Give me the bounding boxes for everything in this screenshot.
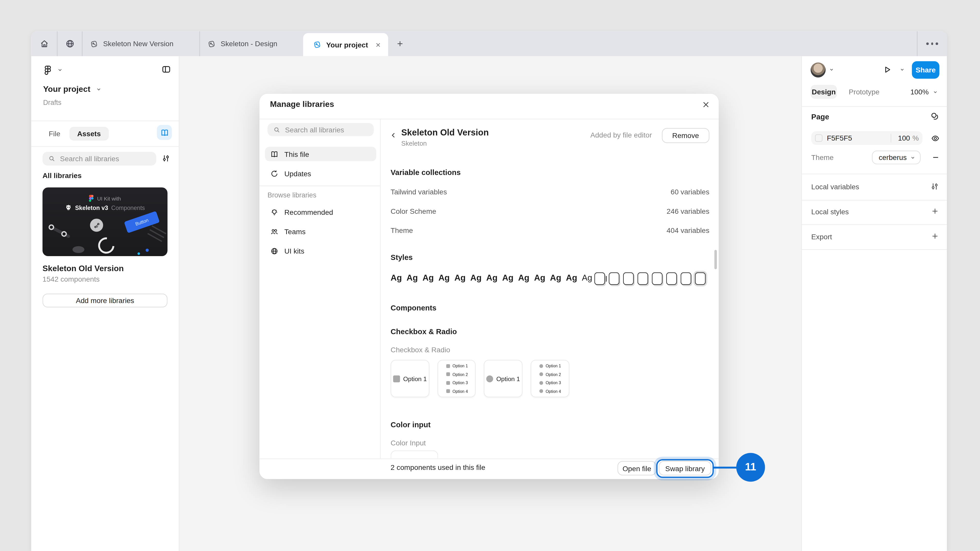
lightbulb-icon [270, 208, 279, 216]
modal-close-button[interactable] [701, 100, 711, 110]
right-sidebar: Share Design Prototype 100% Page [801, 56, 947, 551]
present-chevron[interactable] [899, 67, 905, 73]
local-variables-section[interactable]: Local variables [811, 183, 859, 191]
local-variables-button[interactable] [930, 182, 939, 191]
avatar[interactable] [811, 62, 826, 78]
tab-skeleton-new-version[interactable]: Skeleton New Version [83, 31, 199, 56]
plus-icon [396, 39, 404, 48]
section-title: All libraries [43, 171, 82, 179]
text-style-sample: Ag [518, 273, 529, 283]
book-icon [270, 150, 279, 159]
color-input-label: Color Input [391, 439, 426, 447]
text-style-sample: Ag [566, 273, 577, 283]
close-tab-icon[interactable] [374, 41, 382, 48]
nav-teams[interactable]: Teams [265, 224, 376, 238]
add-more-libraries-button[interactable]: Add more libraries [43, 294, 168, 307]
browse-libraries-label: Browse libraries [267, 191, 317, 198]
tab-design[interactable]: Design [811, 85, 837, 99]
page-color-field[interactable]: F5F5F5 100 % [811, 131, 923, 145]
home-button[interactable] [31, 31, 57, 56]
nav-updates[interactable]: Updates [265, 166, 376, 180]
thumb-decoration-lines [147, 225, 166, 242]
chevron-left-icon [390, 131, 398, 139]
theme-value: cerberus [879, 154, 907, 161]
component-card-checkbox-list[interactable]: Option 1 Option 2 Option 3 Option 4 [438, 360, 476, 397]
component-group-label: Checkbox & Radio [391, 346, 450, 354]
present-button[interactable] [883, 65, 892, 75]
nav-recommended[interactable]: Recommended [265, 205, 376, 219]
export-section[interactable]: Export [811, 233, 832, 240]
color-swatch[interactable] [815, 135, 822, 142]
nav-this-file[interactable]: This file [265, 147, 376, 161]
variable-count: 60 variables [671, 188, 710, 195]
book-icon [160, 128, 169, 137]
color-style-swatch [623, 272, 634, 285]
color-styles-row [594, 272, 706, 285]
variable-name: Tailwind variables [391, 188, 447, 195]
apply-theme-icon [930, 111, 939, 121]
add-export-button[interactable] [931, 232, 939, 241]
account-chevron[interactable] [829, 67, 834, 73]
community-button[interactable] [57, 31, 82, 56]
divider [31, 146, 179, 147]
window-menu-button[interactable] [918, 31, 947, 56]
sliders-icon [161, 154, 171, 163]
variable-name: Color Scheme [391, 207, 436, 215]
modal-search-input[interactable]: Search all libraries [267, 123, 374, 136]
back-button[interactable] [390, 131, 398, 139]
search-icon [48, 155, 56, 162]
open-file-button[interactable]: Open file [617, 461, 656, 475]
nav-ui-kits[interactable]: UI kits [265, 244, 376, 258]
thumb-decoration-spinner [95, 234, 118, 256]
library-card[interactable]: UI Kit with Skeleton v3 Components Butto… [43, 187, 168, 283]
thumb-decoration-slider [48, 224, 71, 240]
project-switcher[interactable]: Your project [43, 84, 102, 94]
chevron-down-icon [899, 67, 905, 73]
thumb-decoration-blob [73, 246, 84, 253]
filter-button[interactable] [161, 154, 171, 163]
manage-libraries-button[interactable] [157, 125, 172, 140]
divider [259, 119, 719, 119]
main-menu-button[interactable] [43, 64, 63, 75]
library-name: Skeleton Old Version [401, 127, 489, 138]
theme-select[interactable]: cerberus [872, 151, 921, 164]
chevron-down-icon [932, 89, 938, 95]
figma-app: Skeleton New Version Skeleton - Design Y… [0, 0, 980, 551]
opacity-unit: % [910, 135, 921, 142]
tab-file[interactable]: File [44, 130, 65, 137]
styles-title: Styles [391, 253, 413, 262]
tab-prototype[interactable]: Prototype [843, 85, 885, 99]
divider [259, 186, 380, 186]
library-title: Skeleton Old Version [43, 264, 168, 273]
search-input[interactable]: Search all libraries [43, 152, 156, 165]
local-styles-section[interactable]: Local styles [811, 208, 849, 216]
add-style-button[interactable] [931, 207, 939, 216]
sliders-icon [930, 182, 939, 191]
usage-summary: 2 components used in this file [391, 464, 485, 471]
annotation-highlight-ring [656, 459, 714, 478]
remove-theme-button[interactable] [931, 153, 940, 162]
tab-skeleton-design[interactable]: Skeleton - Design [200, 31, 303, 56]
thumb-decoration-branch-icon [90, 219, 103, 232]
tab-your-project[interactable]: Your project [303, 33, 388, 56]
panel-toggle-icon [161, 64, 171, 74]
sidebar-toggle-button[interactable] [161, 64, 171, 74]
page-theme-button[interactable] [930, 111, 939, 121]
visibility-toggle[interactable] [931, 134, 940, 143]
component-card-radio-single[interactable]: Option 1 [484, 360, 523, 397]
text-style-sample: Ag [423, 273, 434, 283]
modal-scrollbar[interactable] [714, 250, 717, 269]
project-name: Your project [43, 84, 90, 94]
zoom-menu[interactable]: 100% [910, 85, 938, 99]
text-style-sample: Ag [391, 273, 402, 283]
manage-libraries-modal: Manage libraries Search all libraries Th… [259, 94, 719, 479]
figma-file-icon [313, 41, 321, 49]
new-tab-button[interactable] [388, 31, 412, 56]
people-icon [270, 227, 279, 236]
remove-button[interactable]: Remove [662, 128, 709, 143]
share-button[interactable]: Share [912, 61, 939, 79]
component-card-checkbox-single[interactable]: Option 1 [391, 360, 430, 397]
component-card-radio-list[interactable]: Option 1 Option 2 Option 3 Option 4 [531, 360, 570, 397]
eye-icon [931, 134, 940, 143]
tab-assets[interactable]: Assets [69, 127, 109, 140]
